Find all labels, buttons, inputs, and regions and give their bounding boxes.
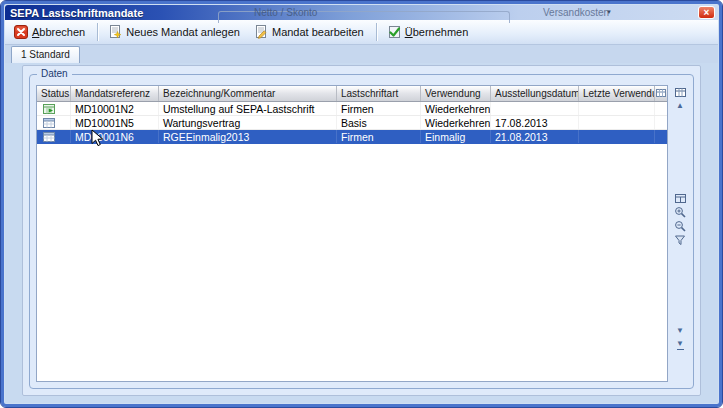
table-row[interactable]: MD10001N2 Umstellung auf SEPA-Lastschrif… [37,102,667,116]
column-header-lastschriftart[interactable]: Lastschriftart [337,86,421,101]
column-header-verwendung[interactable]: Verwendung [421,86,491,101]
close-button[interactable]: × [698,6,715,19]
background-groupbox-label: Netto / Skonto [251,7,320,18]
mandat-bearbeiten-label: Mandat bearbeiten [272,26,364,38]
cell-bezeichnung: Umstellung auf SEPA-Lastschrift [159,102,337,115]
card-view-button[interactable] [672,191,688,205]
background-versandkosten-header: Versandkosten [543,7,609,18]
cell-mandatsreferenz: MD10001N6 [71,130,159,143]
apply-icon [387,25,401,39]
tab-1-standard[interactable]: 1 Standard [11,46,80,63]
cell-ausstellungsdatum [491,102,579,115]
cell-lastschriftart: Firmen [337,102,421,115]
content-panel: Daten Status Mandatsreferenz Bezeichnung… [22,65,701,396]
toolbar-separator [376,23,377,41]
titlebar: SEPA Lastschriftmandate Netto / Skonto V… [5,5,718,20]
column-chooser-button[interactable] [655,86,667,101]
sepa-mandate-dialog: SEPA Lastschriftmandate Netto / Skonto V… [0,0,723,408]
mandate-icon [43,131,55,143]
card-view-icon [675,193,686,204]
abbrechen-button[interactable]: Abbrechen [9,22,92,42]
abbrechen-label: Abbrechen [32,26,85,38]
neues-mandat-anlegen-button[interactable]: Neues Mandat anlegen [103,22,247,42]
cell-lastschriftart: Firmen [337,130,421,143]
scroll-down-button[interactable]: ▼ [672,324,688,338]
content-area: Daten Status Mandatsreferenz Bezeichnung… [5,63,718,403]
cell-lastschriftart: Basis [337,116,421,129]
table-row-selected[interactable]: MD10001N6 RGEEinmalig2013 Firmen Einmali… [37,130,667,144]
columns-icon [675,87,686,98]
grid-area: Status Mandatsreferenz Bezeichnung/Komme… [36,85,689,382]
scroll-to-bottom-icon: ▼ [676,340,684,348]
scroll-up-icon: ▲ [676,102,684,110]
new-mandate-icon [108,25,122,39]
uebernehmen-label: Übernehmen [405,26,469,38]
zoom-out-button[interactable] [672,219,688,233]
column-header-mandatsreferenz[interactable]: Mandatsreferenz [71,86,159,101]
cell-verwendung: Wiederkehrend [421,102,491,115]
background-netto-skonto-groupbox: Netto / Skonto [218,11,510,23]
column-header-ausstellungsdatum[interactable]: Ausstellungsdatum [491,86,579,101]
cell-verwendung: Einmalig [421,130,491,143]
daten-groupbox-label: Daten [37,68,72,79]
scroll-down-icon: ▼ [676,327,684,335]
cell-bezeichnung: Wartungsvertrag [159,116,337,129]
grid-side-toolbar: ▲ [671,85,689,382]
filter-button[interactable] [672,233,688,247]
table-row[interactable]: MD10001N5 Wartungsvertrag Basis Wiederke… [37,116,667,130]
mandate-icon [43,117,55,129]
zoom-in-button[interactable] [672,205,688,219]
mandat-bearbeiten-button[interactable]: Mandat bearbeiten [249,22,371,42]
toolbar: Abbrechen Neues Mandat anlegen Mandat be… [5,20,718,45]
zoom-out-icon [674,220,686,232]
filter-icon [674,234,686,246]
table-header-row: Status Mandatsreferenz Bezeichnung/Komme… [37,86,667,102]
cell-ausstellungsdatum: 17.08.2013 [491,116,579,129]
cell-letzte-verwendung [579,130,655,143]
sort-indicator-icon: ▼ [606,9,612,15]
grid-empty-area [37,144,667,381]
cell-mandatsreferenz: MD10001N2 [71,102,159,115]
toolbar-separator [97,23,98,41]
tabstrip: 1 Standard [5,45,718,63]
column-header-bezeichnung[interactable]: Bezeichnung/Kommentar [159,86,337,101]
daten-groupbox: Daten Status Mandatsreferenz Bezeichnung… [29,74,694,389]
edit-mandate-icon [254,25,268,39]
cell-verwendung: Wiederkehrend [421,116,491,129]
cell-mandatsreferenz: MD10001N5 [71,116,159,129]
uebernehmen-button[interactable]: Übernehmen [382,22,476,42]
close-icon: × [704,7,710,18]
column-header-status[interactable]: Status [37,86,71,101]
column-chooser-icon [656,88,666,98]
scroll-up-button[interactable]: ▲ [672,99,688,113]
dialog-title: SEPA Lastschriftmandate [5,7,143,19]
cancel-icon [14,25,28,39]
column-header-letzte-verwendung[interactable]: Letzte Verwendung [579,86,655,101]
cell-letzte-verwendung [579,116,655,129]
cell-ausstellungsdatum: 21.08.2013 [491,130,579,143]
neues-mandat-label: Neues Mandat anlegen [126,26,240,38]
scroll-to-bottom-button[interactable]: ▼ [672,338,688,352]
column-select-button[interactable] [672,85,688,99]
cell-bezeichnung: RGEEinmalig2013 [159,130,337,143]
mandate-active-icon [43,103,55,115]
mandates-table: Status Mandatsreferenz Bezeichnung/Komme… [36,85,668,382]
cell-letzte-verwendung [579,102,655,115]
zoom-in-icon [674,206,686,218]
